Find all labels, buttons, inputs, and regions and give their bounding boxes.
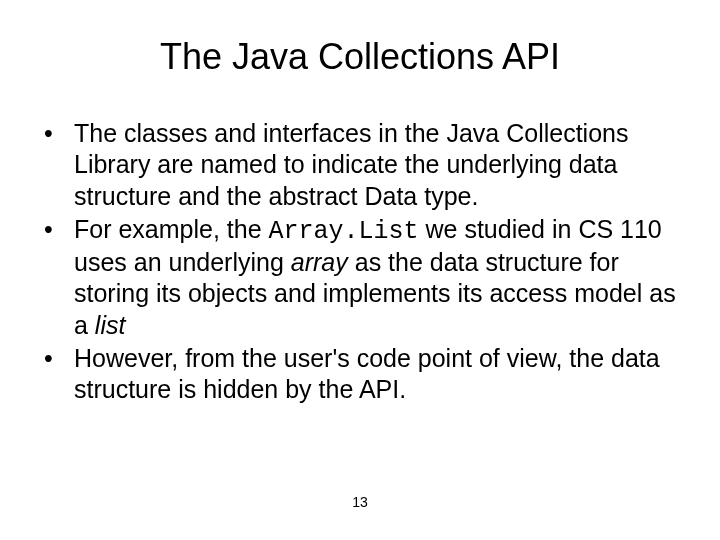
text-run: Array.List (269, 217, 419, 246)
page-number: 13 (352, 494, 368, 510)
text-run: array (291, 248, 348, 276)
text-run: list (95, 311, 126, 339)
bullet-item: The classes and interfaces in the Java C… (40, 118, 680, 212)
text-run: However, from the user's code point of v… (74, 344, 660, 403)
bullet-item: However, from the user's code point of v… (40, 343, 680, 406)
bullet-item: For example, the Array.List we studied i… (40, 214, 680, 341)
slide-title: The Java Collections API (40, 36, 680, 78)
bullet-list: The classes and interfaces in the Java C… (40, 118, 680, 405)
text-run: The classes and interfaces in the Java C… (74, 119, 628, 210)
text-run: For example, the (74, 215, 269, 243)
